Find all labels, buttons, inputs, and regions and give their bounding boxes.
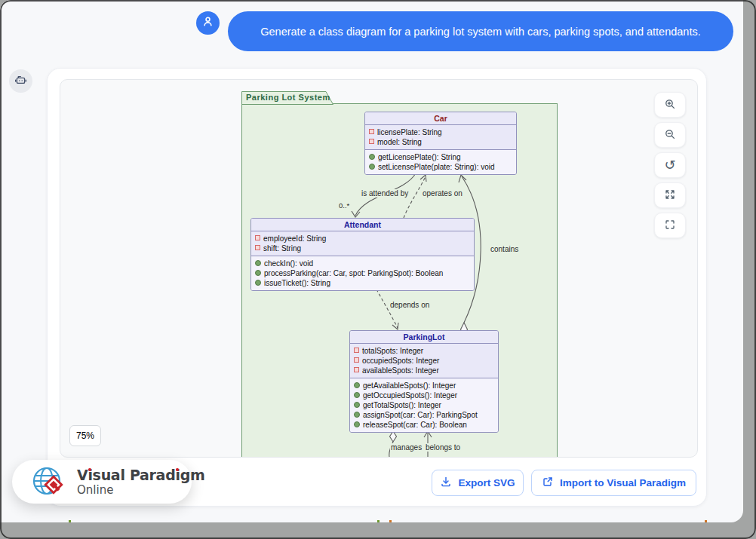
private-attribute-icon xyxy=(354,367,359,372)
class-title: ParkingLot xyxy=(350,331,498,344)
brand-part: V xyxy=(77,467,88,483)
class-title: Car xyxy=(365,112,516,125)
visual-paradigm-logo[interactable]: Visual Paradigm Online xyxy=(12,460,192,504)
public-method-icon xyxy=(354,382,360,388)
visual-paradigm-globe-icon xyxy=(30,465,72,503)
public-method-icon xyxy=(255,260,261,266)
fullscreen-button[interactable] xyxy=(654,213,686,238)
zoom-out-icon xyxy=(664,128,676,142)
download-icon xyxy=(440,476,452,490)
public-method-icon xyxy=(255,270,261,276)
robot-icon xyxy=(14,73,27,89)
edge-speck xyxy=(69,520,71,522)
brand-subtitle: Online xyxy=(77,483,113,497)
attribute-row: availableSpots: Integer xyxy=(350,366,498,375)
public-method-icon xyxy=(354,402,360,408)
public-method-icon xyxy=(369,164,375,170)
private-attribute-icon xyxy=(369,129,374,134)
relationship-label-depends-on: depends on xyxy=(389,301,430,309)
public-method-icon xyxy=(255,280,261,286)
attribute-row: occupiedSpots: Integer xyxy=(350,356,498,366)
zoom-level-badge: 75% xyxy=(69,425,101,446)
reset-view-button[interactable]: ↺ xyxy=(654,152,686,178)
edge-speck xyxy=(389,520,392,522)
edge-speck xyxy=(705,520,707,522)
attribute-row: model: String xyxy=(365,137,516,147)
method-row: releaseSpot(car: Car): Boolean xyxy=(350,420,498,430)
desktop-margin-bottom xyxy=(0,522,756,539)
zoom-out-button[interactable] xyxy=(654,122,686,148)
export-svg-label: Export SVG xyxy=(458,477,515,488)
methods-section: checkIn(): voidprocessParking(car: Car, … xyxy=(251,256,474,290)
method-row: checkIn(): void xyxy=(251,259,474,268)
relationship-label-belongs-to: belongs to xyxy=(425,443,461,452)
zoom-in-icon xyxy=(664,98,676,112)
app-background: Generate a class diagram for a parking l… xyxy=(0,0,743,522)
class-box-parkinglot[interactable]: ParkingLottotalSpots: IntegeroccupiedSpo… xyxy=(349,330,499,433)
relationship-label-contains: contains xyxy=(490,245,519,253)
zoom-in-button[interactable] xyxy=(654,92,686,118)
expand-icon xyxy=(664,188,676,203)
expand-button[interactable] xyxy=(654,182,686,208)
desktop-margin-right xyxy=(743,0,756,539)
private-attribute-icon xyxy=(255,235,260,240)
screenshot-frame: Generate a class diagram for a parking l… xyxy=(0,0,756,539)
private-attribute-icon xyxy=(369,139,374,144)
user-message-bubble: Generate a class diagram for a parking l… xyxy=(228,11,733,51)
method-row: getAvailableSpots(): Integer xyxy=(350,381,498,390)
methods-section: getLicensePlate(): StringsetLicensePlate… xyxy=(365,150,516,174)
method-row: processParking(car: Car, spot: ParkingSp… xyxy=(251,268,474,278)
method-row: setLicensePlate(plate: String): void xyxy=(365,162,516,172)
attribute-row: employeeId: String xyxy=(251,234,474,243)
class-box-car[interactable]: CarlicensePlate: Stringmodel: StringgetL… xyxy=(364,112,517,175)
private-attribute-icon xyxy=(354,357,359,363)
attribute-row: licensePlate: String xyxy=(365,127,516,137)
method-row: getLicensePlate(): String xyxy=(365,152,516,162)
public-method-icon xyxy=(354,392,360,398)
user-avatar xyxy=(196,11,220,35)
diagram-card: Parking Lot System xyxy=(47,68,707,507)
brand-name: Visual Paradigm xyxy=(77,467,204,483)
private-attribute-icon xyxy=(255,245,260,250)
public-method-icon xyxy=(354,412,360,418)
class-title: Attendant xyxy=(251,219,474,231)
method-row: assignSpot(car: Car): ParkingSpot xyxy=(350,410,498,420)
export-svg-button[interactable]: Export SVG xyxy=(432,470,524,496)
public-method-icon xyxy=(369,154,375,160)
private-attribute-icon xyxy=(354,348,359,353)
attributes-section: licensePlate: Stringmodel: String xyxy=(365,125,516,150)
person-icon xyxy=(201,15,214,31)
attributes-section: totalSpots: IntegeroccupiedSpots: Intege… xyxy=(350,344,498,378)
brand-part: igm xyxy=(175,467,204,483)
attribute-row: shift: String xyxy=(251,243,474,253)
brand-part: isual Parad xyxy=(88,467,175,483)
class-box-attendant[interactable]: AttendantemployeeId: Stringshift: String… xyxy=(250,218,475,291)
relationship-label-is-attended-by: is attended by xyxy=(361,189,409,198)
public-method-icon xyxy=(354,421,360,427)
edge-speck xyxy=(377,520,380,522)
reset-view-icon: ↺ xyxy=(664,159,675,172)
relationship-label-operates-on: operates on xyxy=(422,189,463,198)
methods-section: getAvailableSpots(): IntegergetOccupiedS… xyxy=(350,378,498,432)
attributes-section: employeeId: Stringshift: String xyxy=(251,231,474,256)
multiplicity-label: 0..* xyxy=(339,201,349,210)
external-link-icon xyxy=(542,476,554,490)
import-label: Import to Visual Paradigm xyxy=(560,477,686,488)
edge-depends-on xyxy=(376,289,398,329)
canvas-zoom-controls: ↺ xyxy=(654,92,686,243)
fullscreen-icon xyxy=(664,219,676,233)
method-row: getTotalSpots(): Integer xyxy=(350,400,498,410)
bot-avatar xyxy=(9,69,32,93)
relationship-label-manages: manages xyxy=(390,443,423,452)
method-row: getOccupiedSpots(): Integer xyxy=(350,390,498,400)
import-to-visual-paradigm-button[interactable]: Import to Visual Paradigm xyxy=(531,470,696,496)
method-row: issueTicket(): String xyxy=(251,278,474,288)
diagram-canvas[interactable]: Parking Lot System xyxy=(60,79,698,458)
attribute-row: totalSpots: Integer xyxy=(350,346,498,356)
